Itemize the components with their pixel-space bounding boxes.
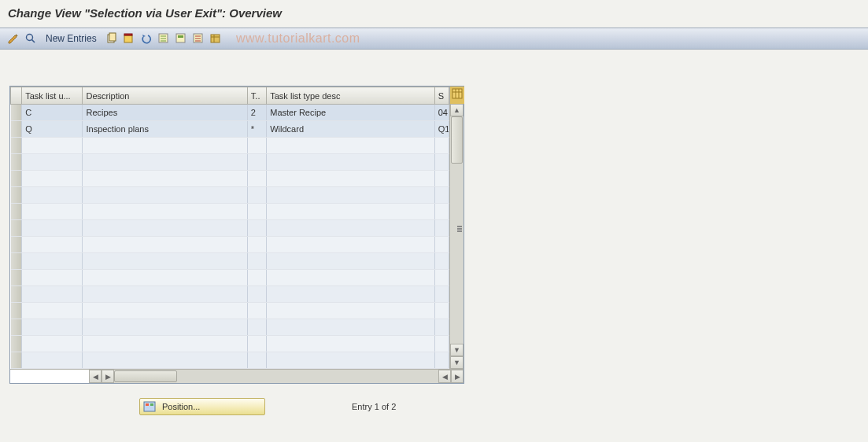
data-table: Task list u... Description T.. Task list… <box>10 87 449 369</box>
table-row-empty[interactable] <box>11 253 449 270</box>
scroll-down-end-icon[interactable]: ▼ <box>450 356 464 369</box>
scroll-up-icon[interactable]: ▲ <box>450 104 464 116</box>
table-row-empty[interactable] <box>11 187 449 204</box>
scroll-left-end-icon[interactable]: ◀ <box>438 370 451 383</box>
table-settings-icon[interactable] <box>209 31 223 46</box>
col-header-type[interactable]: T.. <box>247 87 266 105</box>
toggle-display-change-icon[interactable] <box>6 31 20 46</box>
select-block-icon[interactable] <box>174 31 188 46</box>
undo-change-icon[interactable] <box>139 31 153 46</box>
svg-rect-11 <box>178 35 183 38</box>
row-selector-header[interactable] <box>11 87 22 105</box>
entry-status-text: Entry 1 of 2 <box>352 402 396 411</box>
cell-type-desc[interactable]: Wildcard <box>267 121 434 138</box>
cell-type-desc[interactable]: Master Recipe <box>267 105 434 121</box>
scroll-track-horizontal[interactable] <box>114 370 438 383</box>
row-selector-cell[interactable] <box>11 121 22 138</box>
col-header-usage[interactable]: Task list u... <box>22 87 83 105</box>
scroll-thumb-vertical[interactable] <box>451 116 463 164</box>
cell-description[interactable]: Recipes <box>83 105 247 121</box>
app-toolbar: New Entries www.tutorialkart.com <box>0 28 868 50</box>
table-row-empty[interactable] <box>11 319 449 336</box>
col-header-description[interactable]: Description <box>83 87 247 105</box>
cell-s[interactable]: 04 <box>434 105 449 121</box>
table-row-empty[interactable] <box>11 138 449 154</box>
table-row-empty[interactable] <box>11 286 449 303</box>
select-all-icon[interactable] <box>157 31 171 46</box>
scroll-thumb-horizontal[interactable] <box>114 370 177 382</box>
position-icon <box>143 401 156 412</box>
cell-s[interactable]: Q1 <box>434 121 449 138</box>
svg-rect-23 <box>144 402 155 411</box>
table-row-empty[interactable] <box>11 220 449 237</box>
col-header-type-desc[interactable]: Task list type desc <box>267 87 434 105</box>
cell-usage[interactable]: Q <box>22 121 83 138</box>
horizontal-scrollbar[interactable]: ◀ ▶ ◀ ▶ <box>10 369 464 383</box>
vertical-scrollbar[interactable]: ▲ ▼ ▼ <box>449 87 464 369</box>
scroll-track-vertical[interactable] <box>450 116 464 344</box>
svg-rect-24 <box>146 403 149 406</box>
content-area: Task list u... Description T.. Task list… <box>0 50 868 415</box>
table-container: Task list u... Description T.. Task list… <box>9 86 464 384</box>
position-button-label: Position... <box>162 402 200 411</box>
svg-rect-5 <box>124 34 132 35</box>
cell-usage[interactable]: C <box>22 105 83 121</box>
table-row-empty[interactable] <box>11 154 449 171</box>
svg-rect-4 <box>124 35 132 42</box>
table-row-empty[interactable] <box>11 204 449 220</box>
new-entries-button[interactable]: New Entries <box>41 33 102 44</box>
position-button[interactable]: Position... <box>139 398 265 415</box>
svg-rect-3 <box>109 33 116 41</box>
svg-point-0 <box>27 35 33 41</box>
table-row-empty[interactable] <box>11 336 449 352</box>
table-row[interactable]: C Recipes 2 Master Recipe 04 <box>11 105 449 121</box>
copy-as-icon[interactable] <box>105 31 119 46</box>
table-row-empty[interactable] <box>11 303 449 319</box>
table-row-empty[interactable] <box>11 171 449 187</box>
watermark-text: www.tutorialkart.com <box>236 31 360 46</box>
row-selector-cell[interactable] <box>11 105 22 121</box>
svg-rect-19 <box>452 89 462 98</box>
table-row-empty[interactable] <box>11 237 449 253</box>
svg-line-1 <box>32 40 35 43</box>
scroll-left-icon[interactable]: ◀ <box>89 370 102 383</box>
cell-type[interactable]: * <box>247 121 266 138</box>
table-row[interactable]: Q Inspection plans * Wildcard Q1 <box>11 121 449 138</box>
cell-type[interactable]: 2 <box>247 105 266 121</box>
svg-rect-10 <box>176 34 185 42</box>
table-row-empty[interactable] <box>11 352 449 369</box>
col-header-s[interactable]: S <box>434 87 449 105</box>
scroll-down-icon[interactable]: ▼ <box>450 344 464 356</box>
page-title: Change View "Selection via User Exit": O… <box>0 0 868 28</box>
cell-description[interactable]: Inspection plans <box>83 121 247 138</box>
svg-rect-25 <box>150 403 153 406</box>
scroll-right-step-icon[interactable]: ▶ <box>102 370 114 383</box>
table-row-empty[interactable] <box>11 270 449 286</box>
scroll-right-icon[interactable]: ▶ <box>451 370 464 383</box>
delete-icon[interactable] <box>122 31 136 46</box>
svg-rect-16 <box>211 35 220 42</box>
footer-bar: Position... Entry 1 of 2 <box>9 398 868 415</box>
find-icon[interactable] <box>24 31 38 46</box>
deselect-all-icon[interactable] <box>191 31 205 46</box>
configure-columns-icon[interactable] <box>450 87 464 104</box>
